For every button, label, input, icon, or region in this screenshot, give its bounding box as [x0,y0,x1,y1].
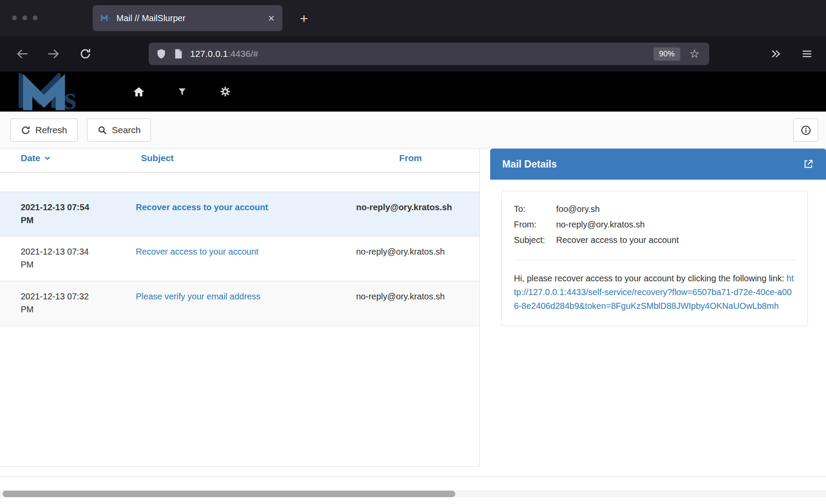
bottom-divider [0,476,826,477]
mail-row[interactable]: 2021-12-13 07:54 PM Recover access to yo… [0,192,479,236]
mail-list: Date Subject From 2021-12-13 07:54 PM Re… [0,149,479,326]
filter-icon [177,87,187,96]
page-icon[interactable] [173,48,184,59]
mail-rows: 2021-12-13 07:54 PM Recover access to yo… [0,192,479,326]
search-icon [97,125,107,135]
mail-subject-link[interactable]: Recover access to your account [136,247,259,256]
mail-from: no-reply@ory.kratos.sh [356,236,466,281]
mail-from: no-reply@ory.kratos.sh [356,281,466,326]
window-control-dot[interactable] [12,16,17,20]
sort-caret-down-icon [44,155,51,162]
svg-text:s: s [64,81,77,110]
scrollbar-thumb[interactable] [3,491,455,497]
tab-favicon-icon: s [100,14,111,22]
column-header-date[interactable]: Date [0,153,115,163]
list-bottom-divider [0,466,479,467]
double-chevron-icon [770,47,782,60]
back-button[interactable] [13,44,32,63]
menu-button[interactable] [798,44,817,63]
column-header-subject[interactable]: Subject [115,153,367,163]
url-text: 127.0.0.1:4436/# [190,49,647,59]
reload-icon [79,47,92,60]
home-button[interactable] [131,84,146,99]
mail-meta: To: foo@ory.sh From: no-reply@ory.kratos… [514,202,795,247]
app-toolbar: Refresh Search [0,112,826,149]
new-tab-button[interactable]: + [294,9,314,28]
info-icon [801,125,811,136]
refresh-button[interactable]: Refresh [10,118,78,142]
back-arrow-icon [16,47,29,61]
mailslurper-logo: s [12,73,100,110]
mail-details-panel: Mail Details To: foo@ory.sh From: no-rep… [490,149,826,326]
browser-tab-strip: s Mail // MailSlurper × + [0,0,826,36]
zoom-reset-button[interactable]: 90% [654,47,680,61]
mail-list-header: Date Subject From [0,149,479,173]
from-column-label: From [399,153,422,163]
url-host: 127.0.0.1 [190,49,228,59]
search-label: Search [112,125,141,135]
mail-body-text: Hi, please recover access to your accoun… [514,274,787,283]
overflow-chevrons-button[interactable] [767,44,785,63]
url-path: :4436/# [228,49,258,59]
card-divider [514,260,795,260]
forward-button[interactable] [44,44,63,63]
refresh-label: Refresh [35,125,67,135]
mailslurper-header: s [0,72,826,112]
forward-arrow-icon [47,47,60,61]
panel-divider [479,149,480,466]
search-button[interactable]: Search [87,118,151,142]
gear-icon [219,86,231,97]
mail-subject-link[interactable]: Recover access to your account [136,202,268,212]
mail-date: 2021-12-13 07:32 PM [0,281,110,326]
refresh-icon [21,125,31,135]
screen: s Mail // MailSlurper × + [0,0,826,504]
subject-column-label: Subject [141,153,174,163]
horizontal-scrollbar[interactable] [0,490,826,498]
tab-close-icon[interactable]: × [268,12,275,24]
browser-tab[interactable]: s Mail // MailSlurper × [93,5,282,31]
url-bar[interactable]: 127.0.0.1:4436/# 90% ☆ [149,43,709,65]
header-icon-group [131,84,232,99]
mail-details-title: Mail Details [502,159,803,170]
open-external-icon[interactable] [803,159,814,170]
to-label: To: [514,202,556,216]
svg-text:s: s [108,16,111,22]
mail-details-card: To: foo@ory.sh From: no-reply@ory.kratos… [501,191,808,326]
mail-date: 2021-12-13 07:34 PM [0,236,110,281]
mail-row[interactable]: 2021-12-13 07:32 PM Please verify your e… [0,281,479,326]
hamburger-icon [801,47,813,60]
browser-navbar: 127.0.0.1:4436/# 90% ☆ [0,36,826,72]
window-control-dot[interactable] [22,16,27,20]
info-button[interactable] [793,118,818,142]
mail-row[interactable]: 2021-12-13 07:34 PM Recover access to yo… [0,236,479,281]
to-value: foo@ory.sh [556,202,795,216]
tab-title: Mail // MailSlurper [116,13,263,23]
date-column-label: Date [21,153,41,163]
shield-icon[interactable] [156,48,167,59]
window-controls [12,16,38,20]
home-icon [132,85,145,98]
reload-button[interactable] [76,44,95,63]
mail-subject-link[interactable]: Please verify your email address [136,292,260,301]
mail-date: 2021-12-13 07:54 PM [0,192,110,236]
mail-from: no-reply@ory.kratos.sh [356,192,466,236]
column-header-from[interactable]: From [367,153,422,163]
window-control-dot[interactable] [33,16,38,20]
mail-details-header: Mail Details [490,149,826,180]
subject-label: Subject: [514,233,556,247]
mail-body: Hi, please recover access to your accoun… [514,271,795,313]
settings-button[interactable] [218,84,232,99]
subject-value: Recover access to your account [556,233,795,247]
from-label: From: [514,218,556,231]
from-value: no-reply@ory.kratos.sh [556,218,795,231]
filter-button[interactable] [175,84,189,99]
bookmark-star-icon[interactable]: ☆ [687,48,702,60]
